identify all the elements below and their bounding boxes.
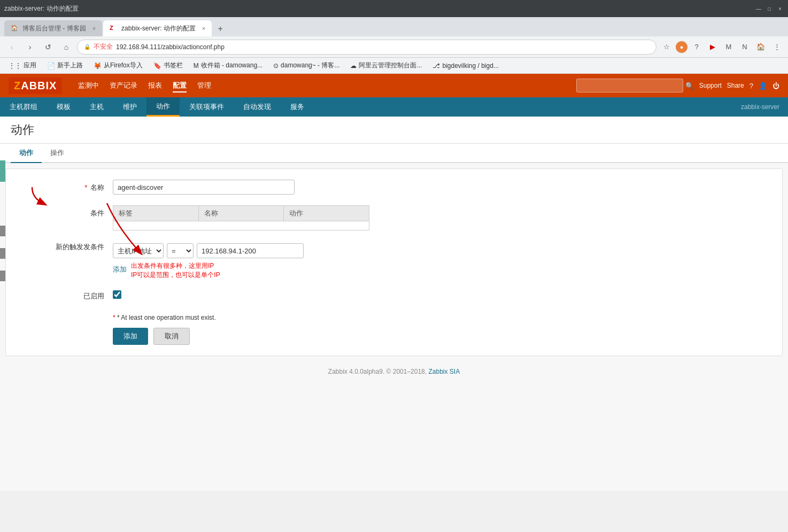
tab-operation[interactable]: 操作 xyxy=(42,144,73,163)
firefox-icon: 🦊 xyxy=(94,62,102,70)
back-button[interactable]: ‹ xyxy=(4,40,19,55)
blog-icon: ⊙ xyxy=(273,62,279,70)
extension-icon-6[interactable]: 🏠 xyxy=(754,40,768,54)
maximize-button[interactable]: □ xyxy=(766,5,773,12)
search-icon[interactable]: 🔍 xyxy=(685,82,694,90)
server-name: zabbix-server xyxy=(741,103,788,111)
page-header: 动作 xyxy=(0,117,788,144)
tab-action[interactable]: 动作 xyxy=(11,144,42,163)
bookmark-bookmarks[interactable]: 🔖 书签栏 xyxy=(149,60,187,71)
condition-operator-select[interactable]: = xyxy=(167,243,194,258)
tab-2-close[interactable]: × xyxy=(202,25,205,32)
new-tab-button[interactable]: + xyxy=(213,21,228,36)
annotations-wrapper: * 名称 条件 xyxy=(0,168,788,356)
address-bar[interactable]: 🔒 不安全 192.168.94.111/zabbix/actionconf.p… xyxy=(77,40,656,55)
nav-config[interactable]: 配置 xyxy=(173,79,187,92)
name-row: * 名称 xyxy=(17,180,771,197)
tab-2[interactable]: Z zabbix-server: 动作的配置 × xyxy=(103,20,212,36)
mail-icon: M xyxy=(194,62,199,70)
conditions-row: 条件 标签 名称 动作 xyxy=(17,205,771,230)
condition-value-input[interactable] xyxy=(197,243,304,258)
edge-icon-1 xyxy=(0,160,5,182)
sub-nav: 主机群组 模板 主机 维护 动作 关联项事件 自动发现 服务 zabbix-se… xyxy=(0,97,788,117)
condition-type-select[interactable]: 主机IP地址 xyxy=(113,243,164,258)
new-condition-label: 新的触发发条件 xyxy=(17,239,113,252)
tab-1-close[interactable]: × xyxy=(92,25,96,32)
share-link[interactable]: Share xyxy=(727,82,744,89)
nav-monitor[interactable]: 监测中 xyxy=(78,79,99,92)
power-icon[interactable]: ⏻ xyxy=(772,82,779,90)
extension-icon-3[interactable]: ▶ xyxy=(706,40,720,54)
search-input[interactable] xyxy=(576,79,683,92)
minimize-button[interactable]: — xyxy=(755,5,762,12)
header-nav: 监测中 资产记录 报表 配置 管理 xyxy=(78,79,211,92)
extension-icon-2[interactable]: ? xyxy=(690,40,704,54)
star-icon[interactable]: ☆ xyxy=(660,40,674,54)
newbie-icon: 📄 xyxy=(47,62,55,70)
validation-text: * At least one operation must exist. xyxy=(117,314,216,321)
submit-button[interactable]: 添加 xyxy=(113,328,148,345)
security-indicator: 🔒 xyxy=(84,44,90,50)
tab-2-title: zabbix-server: 动作的配置 xyxy=(121,24,196,33)
tab-1[interactable]: 🏠 博客后台管理 - 博客园 × xyxy=(4,20,102,36)
sub-nav-correlations[interactable]: 关联项事件 xyxy=(180,97,234,117)
sub-nav-items: 主机群组 模板 主机 维护 动作 关联项事件 自动发现 服务 xyxy=(0,97,314,117)
bookmark-apps[interactable]: ⋮⋮ 应用 xyxy=(4,60,41,71)
required-star: * xyxy=(84,183,87,191)
user-icon[interactable]: 👤 xyxy=(759,82,767,90)
refresh-button[interactable]: ↺ xyxy=(41,40,56,55)
name-input[interactable] xyxy=(113,180,295,195)
tab-1-title: 博客后台管理 - 博客园 xyxy=(22,24,86,33)
bookmark-github[interactable]: ⎇ bigdevilking / bigd... xyxy=(428,61,503,71)
bookmark-mail[interactable]: M 收件箱 - damowang... xyxy=(189,60,267,71)
cancel-button[interactable]: 取消 xyxy=(153,328,190,345)
sub-nav-templates[interactable]: 模板 xyxy=(47,97,80,117)
help-icon[interactable]: ? xyxy=(750,82,753,90)
window-controls[interactable]: — □ × xyxy=(755,5,784,12)
edge-icon-3 xyxy=(0,248,5,259)
extension-icon-4[interactable]: M xyxy=(722,40,736,54)
footer-link[interactable]: Zabbix SIA xyxy=(428,368,460,375)
more-options-icon[interactable]: ⋮ xyxy=(770,40,784,54)
extension-icon-1[interactable]: ● xyxy=(676,41,687,53)
add-condition-link[interactable]: 添加 xyxy=(113,265,127,274)
close-button[interactable]: × xyxy=(776,5,784,12)
edge-icon-4 xyxy=(0,271,5,281)
conditions-table: 标签 名称 动作 xyxy=(113,205,369,230)
active-tab-title: zabbix-server: 动作的配置 xyxy=(4,4,79,13)
validation-note: * * At least one operation must exist. xyxy=(113,314,771,321)
sub-nav-discovery[interactable]: 自动发现 xyxy=(234,97,281,117)
sub-nav-maintenance[interactable]: 维护 xyxy=(113,97,146,117)
name-control xyxy=(113,180,771,195)
search-box: 🔍 xyxy=(576,79,694,92)
sub-nav-hostgroup[interactable]: 主机群组 xyxy=(0,97,47,117)
aliyun-icon: ☁ xyxy=(350,62,357,70)
nav-bar: ‹ › ↺ ⌂ 🔒 不安全 192.168.94.111/zabbix/acti… xyxy=(0,36,788,58)
sub-nav-hosts[interactable]: 主机 xyxy=(80,97,113,117)
forward-button[interactable]: › xyxy=(22,40,37,55)
empty-conditions-row xyxy=(113,221,369,230)
conditions-label: 条件 xyxy=(17,205,113,218)
enabled-checkbox[interactable] xyxy=(113,290,121,299)
bookmark-aliyun[interactable]: ☁ 阿里云管理控制台面... xyxy=(346,60,426,71)
app: ZABBIX 监测中 资产记录 报表 配置 管理 🔍 Support Share… xyxy=(0,74,788,491)
col-name: 名称 xyxy=(198,206,284,221)
footer: Zabbix 4.0.0alpha9. © 2001–2018, Zabbix … xyxy=(0,361,788,382)
nav-assets[interactable]: 资产记录 xyxy=(110,79,137,92)
support-link[interactable]: Support xyxy=(699,82,722,89)
extension-icon-5[interactable]: N xyxy=(738,40,752,54)
sub-nav-actions[interactable]: 动作 xyxy=(146,97,180,117)
bookmark-firefox[interactable]: 🦊 从Firefox导入 xyxy=(89,60,147,71)
nav-admin[interactable]: 管理 xyxy=(197,79,211,92)
condition-hint: 出发条件有很多种，这里用IP IP可以是范围，也可以是单个IP xyxy=(131,261,220,280)
bookmark-newbie[interactable]: 📄 新手上路 xyxy=(43,60,87,71)
bookmarks-icon: 🔖 xyxy=(153,62,161,70)
home-button[interactable]: ⌂ xyxy=(59,40,74,55)
left-edge-panel xyxy=(0,160,5,281)
title-bar: zabbix-server: 动作的配置 — □ × xyxy=(0,0,788,17)
nav-reports[interactable]: 报表 xyxy=(148,79,162,92)
bookmark-blog[interactable]: ⊙ damowang~ - 博客... xyxy=(269,60,344,71)
conditions-control: 标签 名称 动作 xyxy=(113,205,771,230)
name-label: * 名称 xyxy=(17,180,113,192)
sub-nav-services[interactable]: 服务 xyxy=(281,97,314,117)
